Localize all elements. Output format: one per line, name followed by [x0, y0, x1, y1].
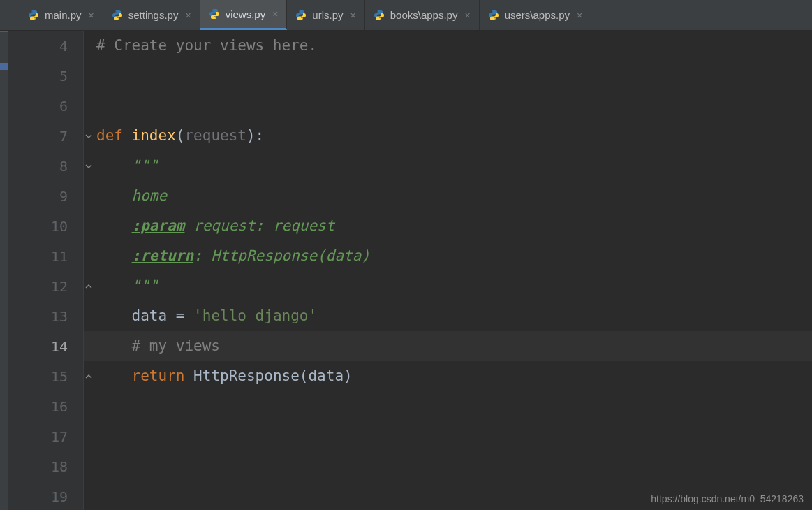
- tab-label: main.py: [45, 9, 82, 21]
- line-number[interactable]: 10: [8, 218, 83, 235]
- tab-label: books\apps.py: [390, 9, 458, 21]
- line-number[interactable]: 19: [8, 488, 83, 505]
- marker-tick: [0, 31, 8, 32]
- ide-root: main.py×settings.py×views.py×urls.py×boo…: [0, 0, 812, 510]
- line-number[interactable]: 8: [8, 158, 83, 175]
- code-area[interactable]: # Create your views here.def index(reque…: [84, 31, 812, 510]
- close-icon[interactable]: ×: [577, 10, 582, 20]
- python-file-icon: [374, 10, 385, 21]
- code-line[interactable]: def index(request):: [84, 121, 812, 151]
- code-line[interactable]: [84, 61, 812, 91]
- close-icon[interactable]: ×: [89, 10, 94, 20]
- line-number[interactable]: 17: [8, 428, 83, 445]
- line-number[interactable]: 14: [8, 338, 83, 355]
- editor-tab[interactable]: main.py×: [20, 0, 103, 30]
- line-number[interactable]: 4: [8, 38, 83, 54]
- code-line[interactable]: :param request: request: [84, 211, 812, 241]
- editor-area: 45678910111213141516171819 # Create your…: [0, 31, 812, 510]
- code-line[interactable]: # Create your views here.: [84, 31, 812, 61]
- line-number[interactable]: 7: [8, 128, 83, 145]
- code-line[interactable]: data = 'hello django': [84, 301, 812, 331]
- watermark-text: https://blog.csdn.net/m0_54218263: [651, 493, 804, 504]
- code-line[interactable]: [84, 421, 812, 451]
- editor-tab[interactable]: urls.py×: [287, 0, 364, 30]
- code-line[interactable]: :return: HttpResponse(data): [84, 241, 812, 271]
- editor-tab[interactable]: settings.py×: [103, 0, 200, 30]
- python-file-icon: [488, 10, 499, 21]
- code-line[interactable]: [84, 391, 812, 421]
- line-number[interactable]: 11: [8, 248, 83, 265]
- close-icon[interactable]: ×: [350, 10, 356, 20]
- python-file-icon: [295, 10, 307, 21]
- close-icon[interactable]: ×: [464, 10, 470, 20]
- editor-tab[interactable]: views.py×: [200, 0, 288, 30]
- code-line[interactable]: # my views: [84, 331, 812, 361]
- close-icon[interactable]: ×: [185, 10, 191, 20]
- line-number[interactable]: 6: [8, 98, 83, 115]
- code-line[interactable]: home: [84, 181, 812, 211]
- code-line[interactable]: [84, 91, 812, 121]
- code-line[interactable]: """: [84, 271, 812, 301]
- line-number[interactable]: 9: [8, 188, 83, 205]
- line-number[interactable]: 12: [8, 278, 83, 295]
- line-number[interactable]: 18: [8, 458, 83, 475]
- code-line[interactable]: return HttpResponse(data): [84, 361, 812, 391]
- python-file-icon: [28, 10, 39, 21]
- marker-highlight: [0, 63, 8, 70]
- editor-tabbar: main.py×settings.py×views.py×urls.py×boo…: [0, 0, 812, 31]
- line-number[interactable]: 15: [8, 368, 83, 385]
- code-line[interactable]: """: [84, 151, 812, 181]
- editor-tab[interactable]: books\apps.py×: [365, 0, 480, 30]
- line-number[interactable]: 5: [8, 68, 83, 85]
- tab-label: urls.py: [312, 9, 343, 21]
- python-file-icon: [112, 10, 123, 21]
- line-number[interactable]: 16: [8, 398, 83, 415]
- left-marker-strip: [0, 31, 8, 510]
- tab-label: settings.py: [128, 9, 179, 21]
- line-number[interactable]: 13: [8, 308, 83, 325]
- tab-label: users\apps.py: [505, 9, 570, 21]
- code-line[interactable]: [84, 451, 812, 481]
- close-icon[interactable]: ×: [272, 9, 278, 19]
- python-file-icon: [209, 8, 220, 20]
- editor-tab[interactable]: users\apps.py×: [480, 0, 592, 30]
- line-number-gutter[interactable]: 45678910111213141516171819: [8, 31, 84, 510]
- tab-label: views.py: [226, 8, 266, 20]
